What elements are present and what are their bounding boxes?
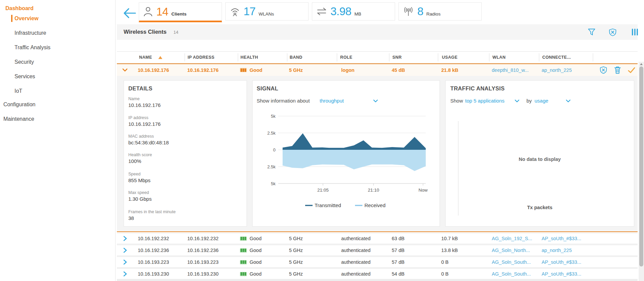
page-title: Wireless Clients	[124, 29, 166, 35]
cell-snr: 45 dB	[392, 64, 405, 76]
radio-icon	[403, 7, 414, 17]
expand-chevron-icon[interactable]	[123, 269, 127, 279]
stat-tile-wlans[interactable]: 17 WLANs	[225, 2, 309, 21]
chart-x-axis-label: Tx packets	[446, 205, 634, 210]
traffic-filter1-dropdown[interactable]: top 5 applications	[465, 98, 505, 104]
cell-health: Good	[240, 269, 261, 279]
health-meter-icon	[240, 68, 247, 72]
svg-text:0: 0	[273, 147, 276, 152]
table-row[interactable]: 10.16.193.230 10.16.193.230 Good 5 GHz a…	[117, 269, 638, 279]
column-header-band[interactable]: BAND	[290, 52, 302, 63]
blocklist-shield-icon[interactable]	[609, 28, 617, 36]
sidebar-item-services[interactable]: Services	[14, 74, 35, 80]
expand-chevron-icon[interactable]	[123, 245, 127, 255]
row-action-blocklist[interactable]	[600, 64, 607, 76]
cell-connected-link[interactable]: ap_north_225	[542, 64, 572, 76]
row-action-confirm[interactable]	[627, 64, 636, 76]
cell-snr: 57 dB	[392, 245, 405, 255]
columns-icon[interactable]	[632, 28, 638, 36]
sidebar-item-traffic-analysis[interactable]: Traffic Analysis	[14, 45, 51, 51]
health-meter-icon	[240, 248, 247, 253]
sidebar-item-infrastructure[interactable]: Infrastructure	[14, 30, 46, 36]
cell-connected-link[interactable]: AP_soUth_#$33...	[542, 257, 581, 267]
filter-icon[interactable]	[588, 28, 595, 36]
cell-ip: 10.16.193.223	[187, 257, 219, 267]
wlans-label: WLANs	[259, 11, 274, 17]
stat-tile-radios[interactable]: 8 Radios	[398, 2, 482, 21]
cell-usage: 21.8 kB	[441, 64, 458, 76]
sidebar-item-overview[interactable]: Overview	[14, 16, 38, 22]
wireless-clients-header: Wireless Clients 14	[117, 24, 638, 40]
sidebar-item-maintenance[interactable]: Maintenance	[3, 116, 34, 122]
stat-tile-usage[interactable]: 3.98 MB	[312, 2, 395, 21]
field-label: MAC address	[128, 134, 169, 139]
details-title: DETAILS	[128, 85, 152, 92]
radios-label: Radios	[426, 11, 441, 17]
sidebar-item-dashboard[interactable]: Dashboard	[5, 5, 34, 11]
transfer-arrows-icon	[317, 8, 327, 15]
sidebar-item-security[interactable]: Security	[14, 59, 34, 65]
table-header: NAME IP ADDRESS HEALTH BAND ROLE SNR USA…	[117, 51, 638, 63]
row-action-delete[interactable]	[614, 64, 621, 76]
cell-wlan-link[interactable]: AG_Soln_South...	[492, 257, 531, 267]
main-content: 14 Clients 17 WLANs 3.98 MB 8 Radios	[116, 0, 644, 281]
column-header-connected[interactable]: CONNECTE...	[542, 52, 571, 63]
column-header-role[interactable]: ROLE	[340, 52, 352, 63]
cell-usage: 13.8 kB	[441, 245, 458, 255]
cell-role: authenticated	[341, 233, 371, 244]
usage-label: MB	[354, 11, 361, 17]
column-header-snr[interactable]: SNR	[392, 52, 402, 63]
table-row[interactable]: 10.16.193.223 10.16.193.223 Good 5 GHz a…	[117, 257, 638, 267]
horizontal-scrollbar[interactable]	[117, 279, 638, 281]
person-icon	[143, 6, 153, 17]
column-header-usage[interactable]: USAGE	[442, 52, 457, 63]
cell-ip: 10.16.192.236	[187, 245, 219, 255]
table-row[interactable]: 10.16.192.236 10.16.192.236 Good 5 GHz a…	[117, 245, 638, 255]
expand-chevron-icon[interactable]	[123, 233, 127, 244]
cell-ip: 10.16.193.230	[187, 269, 219, 279]
column-header-health[interactable]: HEALTH	[240, 52, 258, 63]
cell-wlan-link[interactable]: AG_Soln_North...	[492, 245, 530, 255]
column-header-wlan[interactable]: WLAN	[492, 52, 506, 63]
cell-wlan-link[interactable]: deepthi_810_w...	[492, 64, 529, 76]
traffic-filter2-dropdown[interactable]: usage	[535, 98, 548, 104]
chevron-down-icon[interactable]	[566, 100, 571, 103]
chevron-down-icon[interactable]	[515, 100, 519, 103]
scroll-up-arrow[interactable]	[640, 63, 643, 65]
wlans-count: 17	[244, 5, 256, 18]
traffic-by-label: by	[526, 98, 532, 104]
collapse-chevron-icon[interactable]	[122, 64, 128, 76]
column-header-ip[interactable]: IP ADDRESS	[188, 52, 215, 63]
sidebar: Dashboard Overview Infrastructure Traffi…	[0, 0, 116, 281]
cell-usage: 10.7 kB	[441, 233, 458, 244]
scrollbar-thumb[interactable]	[639, 66, 643, 266]
stat-tile-clients[interactable]: 14 Clients	[139, 2, 222, 22]
svg-text:2.5k: 2.5k	[267, 164, 276, 169]
cell-snr: 57 dB	[392, 257, 405, 267]
field-value: 38	[128, 215, 175, 221]
sidebar-item-configuration[interactable]: Configuration	[3, 102, 35, 108]
cell-connected-link[interactable]: AP_soUth_#$33...	[542, 233, 581, 244]
cell-wlan-link[interactable]: AG_Soln_192_S...	[492, 233, 532, 244]
expand-chevron-icon[interactable]	[123, 257, 127, 267]
sort-ascending-icon	[158, 56, 162, 59]
cell-connected-link[interactable]: ap_north_225	[542, 245, 572, 255]
sidebar-item-iot[interactable]: IoT	[14, 88, 22, 94]
cell-band: 5 GHz	[289, 64, 303, 76]
cell-role: authenticated	[341, 257, 371, 267]
svg-text:5k: 5k	[271, 181, 276, 186]
table-row-expanded[interactable]: 10.16.192.176 10.16.192.176 Good 5 GHz l…	[117, 63, 638, 76]
field-label: Frames in the last minute	[128, 209, 175, 214]
cell-band: 5 GHz	[289, 245, 303, 255]
vertical-scrollbar[interactable]	[639, 62, 644, 281]
back-arrow-icon[interactable]	[122, 7, 137, 19]
table-row[interactable]: 10.16.192.232 10.16.192.232 Good 5 GHz a…	[117, 233, 638, 244]
field-label: Speed	[128, 172, 151, 176]
cell-role: authenticated	[341, 245, 371, 255]
column-header-name[interactable]: NAME	[139, 52, 162, 63]
cell-wlan-link[interactable]: AG_Soln_South...	[492, 269, 531, 279]
expanded-row-detail-panel: DETAILS Name10.16.192.176 IP address10.1…	[117, 76, 638, 232]
cell-connected-link[interactable]: AP_soUth_#$33...	[542, 269, 581, 279]
cell-name: 10.16.193.230	[138, 269, 169, 279]
health-meter-icon	[240, 272, 247, 276]
